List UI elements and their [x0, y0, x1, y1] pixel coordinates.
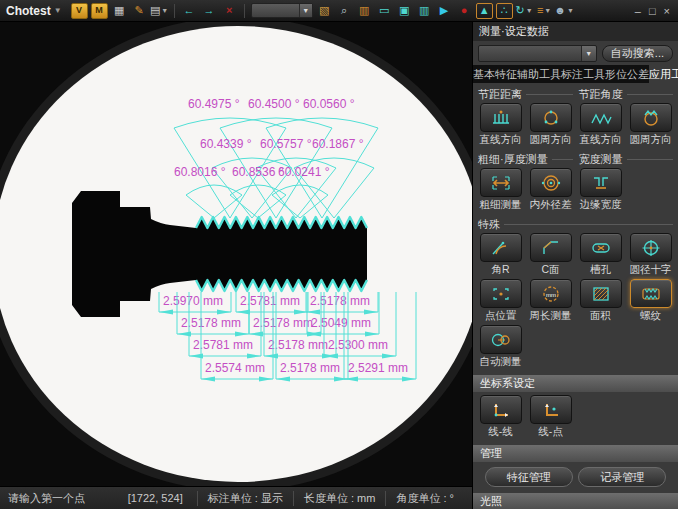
chart-icon[interactable]: ▥	[356, 3, 373, 19]
line-point-icon	[530, 395, 572, 424]
user-icon[interactable]: ☻▼	[556, 3, 573, 19]
save-icon[interactable]: ▦	[111, 3, 128, 19]
section-thickness: 粗细·厚度测量	[478, 152, 548, 167]
distance-label: 2.5291 mm	[348, 361, 408, 375]
angle-label: 60.1867 °	[312, 137, 364, 151]
tab-aux-tools[interactable]: 辅助工具	[517, 65, 561, 83]
tab-annotation-tools[interactable]: 标注工具	[561, 65, 605, 83]
distance-label: 2.5178 mm	[310, 294, 370, 308]
measurement-viewport[interactable]: 60.4975 °60.4500 °60.0560 °60.4339 °60.5…	[0, 22, 472, 486]
film-strip-icon[interactable]: ▥	[416, 3, 433, 19]
pitch-angle-circular-tool[interactable]: 圆周方向	[628, 103, 673, 149]
perimeter-icon: mm	[530, 279, 572, 308]
undo-arrow-left-icon[interactable]: ←	[181, 3, 198, 19]
image-search-icon[interactable]: ▧	[316, 3, 333, 19]
section-special: 特殊	[478, 217, 500, 232]
section-management: 管理	[473, 445, 678, 462]
panel-title: 测量·设定数据	[473, 22, 678, 41]
perimeter-tool[interactable]: mm 周长测量	[528, 279, 573, 325]
auto-measure-tool[interactable]: 自动测量	[478, 325, 523, 371]
line-point-tool[interactable]: 线-点	[528, 395, 573, 441]
play-icon[interactable]: ▶	[436, 3, 453, 19]
capture-region-icon[interactable]: ▲	[476, 3, 493, 19]
angle-unit: 角度单位 : °	[385, 491, 464, 506]
distance-label: 2.5574 mm	[205, 361, 265, 375]
corner-radius-tool[interactable]: 角R	[478, 233, 523, 279]
monitor-icon[interactable]: ▭	[376, 3, 393, 19]
thickness-icon	[480, 168, 522, 197]
thickness-measure-tool[interactable]: 粗细测量	[478, 168, 523, 214]
length-unit: 长度单位 : mm	[293, 491, 386, 506]
chevron-down-icon: ▼	[54, 6, 62, 15]
magnifier-icon[interactable]: ⌕	[336, 3, 353, 19]
line-line-icon	[480, 395, 522, 424]
preset-dropdown[interactable]: ▼	[478, 45, 597, 62]
edit-document-icon[interactable]: ✎	[131, 3, 148, 19]
chamfer-tool[interactable]: C面	[528, 233, 573, 279]
distance-label: 2.5178 mm	[181, 316, 241, 330]
record-management-button[interactable]: 记录管理	[578, 467, 666, 487]
edge-width-tool[interactable]: 边缘宽度	[578, 168, 623, 214]
section-coordinate-system: 坐标系设定	[473, 375, 678, 392]
slot-tool[interactable]: 槽孔	[578, 233, 623, 279]
svg-text:mm: mm	[546, 291, 556, 297]
feature-management-button[interactable]: 特征管理	[485, 467, 573, 487]
circle-cross-tool[interactable]: 圆径十字	[628, 233, 673, 279]
thread-tool[interactable]: 螺纹	[628, 279, 673, 325]
open-file-m-icon[interactable]: M	[91, 3, 108, 19]
app-title: Chotest	[6, 4, 51, 18]
redo-arrow-right-icon[interactable]: →	[201, 3, 218, 19]
print-icon[interactable]: ▤▼	[151, 3, 168, 19]
point-position-icon	[480, 279, 522, 308]
auto-search-button[interactable]: 自动搜索...	[602, 45, 673, 62]
app-menu[interactable]: Chotest ▼	[4, 4, 68, 18]
annotation-unit: 标注单位 : 显示	[197, 491, 293, 506]
empty-cell	[578, 395, 623, 441]
window-controls: – □ ×	[635, 5, 674, 17]
area-tool[interactable]: 面积	[578, 279, 623, 325]
camera-icon[interactable]: ▣	[396, 3, 413, 19]
line-line-tool[interactable]: 线-线	[478, 395, 523, 441]
angle-label: 60.5757 °	[260, 137, 312, 151]
pitch-circular-icon	[530, 103, 572, 132]
inner-outer-diameter-tool[interactable]: 内外径差	[528, 168, 573, 214]
toolbar-separator	[244, 4, 245, 18]
pitch-linear-icon	[480, 103, 522, 132]
measurement-settings-panel: 测量·设定数据 ▼ 自动搜索... 基本特征 辅助工具 标注工具 形位公差 应用…	[472, 22, 678, 509]
thread-icon	[630, 279, 672, 308]
section-lighting: 光照	[473, 493, 678, 509]
minimize-button[interactable]: –	[635, 5, 641, 17]
delete-icon[interactable]: ×	[221, 3, 238, 19]
pitch-angle-linear-tool[interactable]: 直线方向	[578, 103, 623, 149]
angle-label: 60.8536 °	[232, 165, 284, 179]
distance-label: 2.5178 mm	[253, 316, 313, 330]
layers-icon[interactable]: ≡▼	[536, 3, 553, 19]
toolbar-combobox[interactable]: ▼	[251, 3, 313, 18]
main-toolbar: Chotest ▼ V M ▦ ✎ ▤▼ ← → × ▼ ▧ ⌕ ▥ ▭ ▣ ▥…	[0, 0, 678, 22]
record-icon[interactable]: ●	[456, 3, 473, 19]
edge-width-icon	[580, 168, 622, 197]
section-pitch-distance: 节距距离	[478, 87, 522, 102]
maximize-button[interactable]: □	[649, 5, 656, 17]
panel-content: 节距距离 节距角度 直线方向 圆周方向	[473, 83, 678, 509]
auto-measure-icon	[480, 325, 522, 354]
close-button[interactable]: ×	[664, 5, 670, 17]
slot-icon	[580, 233, 622, 262]
pitch-distance-circular-tool[interactable]: 圆周方向	[528, 103, 573, 149]
history-icon[interactable]: ↻▼	[516, 3, 533, 19]
empty-cell	[628, 395, 673, 441]
angle-label: 60.0241 °	[278, 165, 330, 179]
pitch-distance-linear-tool[interactable]: 直线方向	[478, 103, 523, 149]
angle-linear-icon	[580, 103, 622, 132]
tab-application-tools[interactable]: 应用工具	[649, 65, 678, 83]
chevron-down-icon: ▼	[299, 4, 312, 17]
tab-geometric-tolerance[interactable]: 形位公差	[605, 65, 649, 83]
tab-basic-features[interactable]: 基本特征	[473, 65, 517, 83]
capture-points-icon[interactable]: ∴	[496, 3, 513, 19]
section-pitch-angle: 节距角度	[579, 87, 623, 102]
distance-label: 2.5300 mm	[328, 338, 388, 352]
open-file-v-icon[interactable]: V	[71, 3, 88, 19]
application-window: Chotest ▼ V M ▦ ✎ ▤▼ ← → × ▼ ▧ ⌕ ▥ ▭ ▣ ▥…	[0, 0, 678, 509]
point-position-tool[interactable]: 点位置	[478, 279, 523, 325]
camera-image-canvas: 60.4975 °60.4500 °60.0560 °60.4339 °60.5…	[0, 22, 472, 486]
